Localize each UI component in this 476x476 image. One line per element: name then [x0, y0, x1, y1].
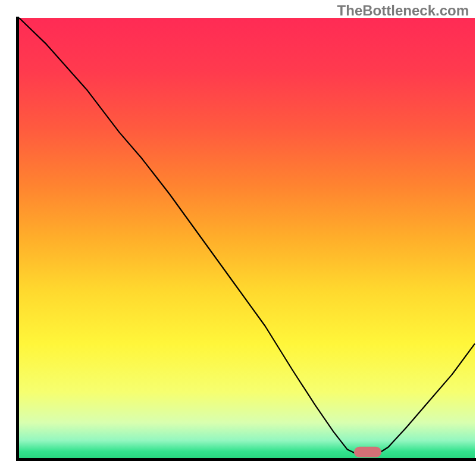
x-axis-spine: [16, 458, 476, 461]
y-axis-spine: [16, 17, 19, 461]
chart-gradient-background: [19, 18, 475, 458]
bottleneck-chart: [0, 0, 476, 476]
optimal-zone-marker: [354, 447, 381, 458]
watermark-text: TheBottleneck.com: [337, 2, 469, 19]
chart-container: TheBottleneck.com: [0, 0, 476, 476]
